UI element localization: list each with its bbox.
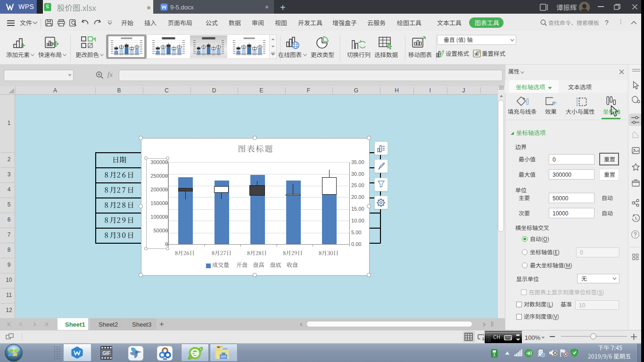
svg-text:GIF: GIF	[102, 351, 110, 356]
